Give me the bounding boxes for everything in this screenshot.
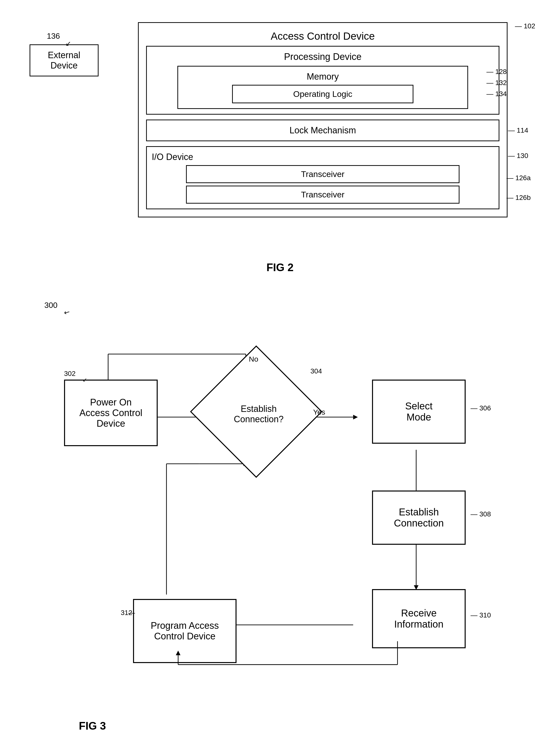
transceiver-2-box: Transceiver <box>186 186 459 204</box>
receive-line2: Information <box>394 619 443 630</box>
ref-126a: — 126a <box>506 174 531 182</box>
establish-q-line2: Connection? <box>234 414 284 424</box>
fig2-section: 136 ↙ ExternalDevice Access Control Devi… <box>15 15 545 274</box>
power-on-line2: Access Control <box>79 408 142 418</box>
ref-130: — 130 <box>508 152 528 160</box>
program-line2: Control Device <box>151 631 219 642</box>
ref-300: 300 <box>44 301 57 310</box>
external-device-box: ExternalDevice <box>29 44 99 76</box>
ref-102: — 102 <box>515 22 535 30</box>
program-access-box: Program Access Control Device <box>133 599 237 663</box>
access-control-outer: Access Control Device Processing Device … <box>138 22 507 217</box>
ref-126b: — 126b <box>506 194 531 201</box>
select-mode-line1: Select <box>405 401 433 412</box>
lock-mechanism-box: Lock Mechanism — 114 <box>146 119 499 141</box>
yes-label: Yes <box>313 408 325 416</box>
no-label: No <box>249 355 258 363</box>
operating-logic-box: Operating Logic <box>232 85 414 103</box>
svg-marker-7 <box>353 415 358 420</box>
page: 136 ↙ ExternalDevice Access Control Devi… <box>0 0 560 755</box>
external-device-label: ExternalDevice <box>48 50 80 71</box>
ref-310: — 310 <box>471 611 491 619</box>
operating-logic-label: Operating Logic <box>293 89 352 99</box>
fig2-caption: FIG 2 <box>266 261 294 274</box>
bottom-loop-arrow <box>15 293 545 737</box>
ref-302: 302 <box>64 370 76 377</box>
ref-132: — 132 <box>486 79 507 87</box>
fig3-caption: FIG 3 <box>79 720 106 732</box>
establish-connection-box: Establish Connection <box>372 490 466 545</box>
diamond-container: Establish Connection? No Yes <box>209 365 308 463</box>
establish-line2: Connection <box>394 518 444 529</box>
select-mode-line2: Mode <box>405 412 433 423</box>
ref-302-arrow: ↙ <box>82 376 87 383</box>
establish-line1: Establish <box>394 506 444 518</box>
power-on-line3: Device <box>79 418 142 429</box>
lock-mechanism-label: Lock Mechanism <box>289 125 356 135</box>
receive-line1: Receive <box>394 607 443 619</box>
flowchart-arrows <box>15 293 545 737</box>
transceiver-1-box: Transceiver <box>186 165 459 183</box>
ref-134: — 134 <box>486 90 507 98</box>
select-mode-box: Select Mode <box>372 380 466 444</box>
ref-128: — 128 <box>486 68 507 76</box>
transceiver-1-label: Transceiver <box>301 169 344 179</box>
processing-device-label: Processing Device <box>152 52 494 62</box>
memory-label: Memory <box>183 72 462 82</box>
fig3-section: 300 ↙ <box>15 293 545 737</box>
transceiver-2-label: Transceiver <box>301 190 344 199</box>
ref-136-label: 136 <box>47 32 60 41</box>
access-control-label: Access Control Device <box>146 30 499 42</box>
memory-box: Memory Operating Logic — 128 — 132 — 134 <box>177 66 468 109</box>
io-device-box: I/O Device Transceiver Transceiver — 130… <box>146 146 499 209</box>
ref-306: — 306 <box>471 404 491 412</box>
power-on-box: Power On Access Control Device <box>64 380 158 446</box>
processing-device-box: Processing Device Memory Operating Logic… <box>146 46 499 115</box>
io-device-label: I/O Device <box>152 152 494 162</box>
establish-q-line1: Establish <box>234 404 284 414</box>
ref-300-arrow: ↙ <box>62 307 71 317</box>
diamond-text: Establish Connection? <box>209 365 308 463</box>
ref-114: — 114 <box>508 127 528 134</box>
power-on-line1: Power On <box>79 397 142 408</box>
ref-312-dash: — <box>128 609 135 617</box>
receive-information-box: Receive Information <box>372 589 466 648</box>
ref-308: — 308 <box>471 510 491 518</box>
program-line1: Program Access <box>151 620 219 631</box>
ref-304: 304 <box>311 367 322 375</box>
